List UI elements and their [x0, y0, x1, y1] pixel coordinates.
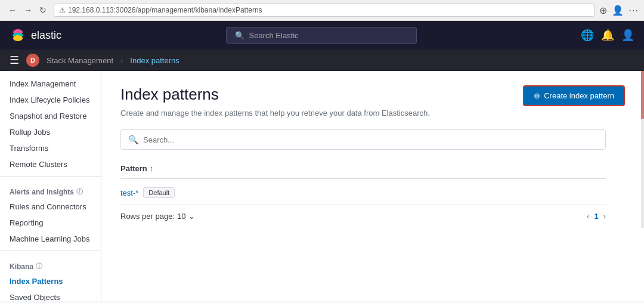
- pattern-search-wrapper[interactable]: 🔍: [120, 129, 606, 150]
- sidebar-item-rollup-jobs[interactable]: Rollup Jobs: [0, 124, 101, 140]
- column-pattern-header[interactable]: Pattern ↑: [120, 164, 153, 173]
- translate-icon[interactable]: ⊕: [599, 5, 607, 16]
- rows-per-page-label: Rows per page:: [120, 212, 175, 221]
- elastic-logo: elastic: [10, 27, 61, 44]
- warning-icon: ⚠: [59, 6, 66, 14]
- sidebar-item-remote-clusters[interactable]: Remote Clusters: [0, 156, 101, 172]
- table-row: test-* Default: [120, 181, 606, 205]
- top-nav: elastic 🔍 Search Elastic 🌐 🔔 👤: [0, 21, 644, 50]
- app-layout: Index Management Index Lifecycle Policie…: [0, 71, 644, 301]
- logo-text: elastic: [31, 29, 61, 42]
- sidebar-item-ml-jobs[interactable]: Machine Learning Jobs: [0, 231, 101, 247]
- elastic-logo-icon: [10, 27, 26, 44]
- globe-icon[interactable]: 🌐: [581, 29, 594, 42]
- more-icon[interactable]: ⋯: [628, 5, 638, 16]
- sidebar-divider-2: [0, 251, 101, 251]
- browser-bar: ← → ↻ ⚠ 192.168.0.113:30026/app/manageme…: [0, 0, 644, 21]
- profile-icon[interactable]: 👤: [612, 5, 624, 16]
- breadcrumb-separator: ›: [120, 56, 123, 65]
- search-placeholder: Search Elastic: [249, 31, 299, 40]
- breadcrumb-index-patterns[interactable]: Index patterns: [130, 56, 179, 65]
- search-icon: 🔍: [235, 31, 244, 40]
- prev-page-button[interactable]: ‹: [587, 212, 589, 221]
- info-icon-2: ⓘ: [36, 262, 42, 271]
- bell-icon[interactable]: 🔔: [601, 29, 614, 42]
- user-avatar[interactable]: 👤: [621, 29, 634, 42]
- pagination-row: Rows per page: 10 ⌄ ‹ 1 ›: [120, 205, 606, 228]
- rows-per-page[interactable]: Rows per page: 10 ⌄: [120, 212, 195, 221]
- sub-nav: ☰ D Stack Management › Index patterns: [0, 50, 644, 71]
- scrollbar-thumb[interactable]: [641, 71, 644, 119]
- sidebar-item-rules-connectors[interactable]: Rules and Connectors: [0, 199, 101, 215]
- sidebar-item-snapshot-restore[interactable]: Snapshot and Restore: [0, 108, 101, 124]
- back-button[interactable]: ←: [6, 4, 19, 16]
- sidebar-divider-1: [0, 176, 101, 177]
- forward-button[interactable]: →: [21, 4, 35, 16]
- sidebar-item-saved-objects[interactable]: Saved Objects: [0, 289, 101, 301]
- global-search-bar[interactable]: 🔍 Search Elastic: [226, 27, 417, 44]
- browser-controls[interactable]: ← → ↻: [6, 4, 49, 16]
- main-content: Index patterns Create and manage the ind…: [101, 71, 644, 301]
- page-title: Index patterns: [120, 85, 430, 104]
- hamburger-menu[interactable]: ☰: [10, 54, 19, 67]
- sidebar-item-index-patterns[interactable]: Index Patterns: [0, 273, 101, 289]
- refresh-button[interactable]: ↻: [37, 4, 49, 16]
- search-bar-wrapper: 🔍 Search Elastic: [71, 27, 571, 44]
- create-index-pattern-button[interactable]: ⊕ Create index pattern: [523, 85, 625, 106]
- browser-actions: ⊕ 👤 ⋯: [599, 5, 638, 16]
- sidebar-item-transforms[interactable]: Transforms: [0, 140, 101, 156]
- page-controls: ‹ 1 ›: [587, 212, 606, 221]
- search-input-icon: 🔍: [128, 135, 138, 144]
- page-subtitle: Create and manage the index patterns tha…: [120, 109, 430, 118]
- nav-icons: 🌐 🔔 👤: [581, 29, 634, 42]
- url-text: 192.168.0.113:30026/app/management/kiban…: [68, 6, 262, 14]
- sidebar-section-kibana: Kibana ⓘ: [0, 255, 101, 273]
- sidebar-section-alerts: Alerts and Insights ⓘ: [0, 180, 101, 199]
- sidebar-item-index-lifecycle[interactable]: Index Lifecycle Policies: [0, 92, 101, 108]
- scrollbar-track: [641, 71, 644, 228]
- current-page[interactable]: 1: [594, 212, 598, 221]
- sidebar-item-reporting[interactable]: Reporting: [0, 215, 101, 231]
- default-badge: Default: [143, 187, 175, 198]
- info-icon: ⓘ: [76, 187, 83, 196]
- page-header-left: Index patterns Create and manage the ind…: [120, 85, 430, 129]
- sidebar: Index Management Index Lifecycle Policie…: [0, 71, 101, 301]
- plus-icon: ⊕: [534, 91, 540, 100]
- chevron-down-icon: ⌄: [188, 212, 195, 221]
- pattern-search-input[interactable]: [143, 135, 598, 144]
- user-badge: D: [26, 54, 39, 67]
- rows-per-page-value: 10: [177, 212, 185, 221]
- sidebar-item-index-management[interactable]: Index Management: [0, 76, 101, 92]
- sort-icon: ↑: [150, 164, 154, 173]
- breadcrumb-stack-management[interactable]: Stack Management: [47, 56, 113, 65]
- svg-point-3: [13, 35, 23, 41]
- table-header: Pattern ↑: [120, 159, 606, 179]
- address-bar[interactable]: ⚠ 192.168.0.113:30026/app/management/kib…: [54, 4, 595, 17]
- pattern-link[interactable]: test-*: [120, 188, 138, 197]
- next-page-button[interactable]: ›: [603, 212, 606, 221]
